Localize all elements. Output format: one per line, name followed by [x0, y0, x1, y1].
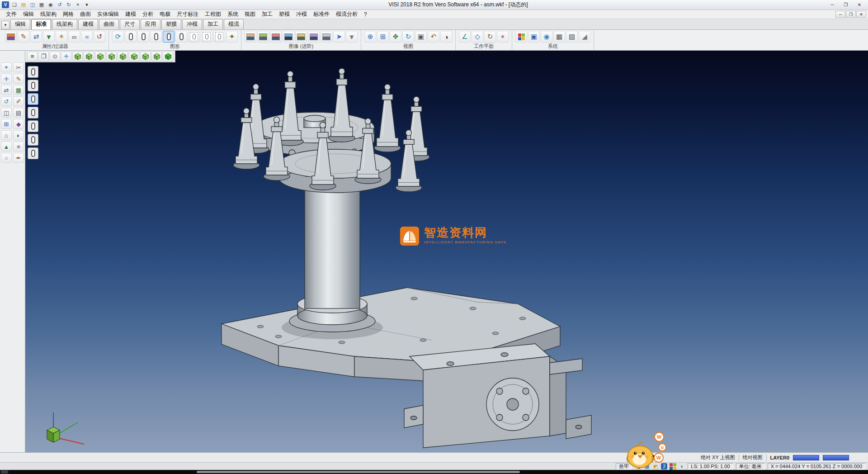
layer-color-bar-1[interactable]	[793, 455, 819, 460]
menu-item-文件[interactable]: 文件	[3, 9, 20, 19]
tab-编辑[interactable]: 编辑	[10, 19, 30, 29]
tab-应用[interactable]: 应用	[141, 19, 160, 29]
menu-item-分析[interactable]: 分析	[139, 9, 156, 19]
entity-pill-icon-1[interactable]	[125, 31, 137, 43]
pencil-icon[interactable]: ✎	[13, 74, 24, 84]
filter-funnel-icon[interactable]: ▼	[43, 31, 55, 43]
entity-pill-icon-3[interactable]	[150, 31, 162, 43]
home-view-icon[interactable]: ⌂	[1, 130, 12, 140]
view-cube-back-icon[interactable]	[129, 52, 139, 62]
taskbar-handle[interactable]	[197, 471, 520, 473]
filter-pill-1[interactable]	[28, 66, 38, 78]
crosshair-icon[interactable]: ✛	[1, 74, 12, 84]
options-icon[interactable]: ✦	[74, 1, 82, 9]
zoom-select-icon[interactable]: ⌖	[1, 62, 12, 72]
menu-item-编辑[interactable]: 编辑	[20, 9, 37, 19]
viewport-3d[interactable]: ≡❐⊙✛ 智造资料网 INTELLIGENT MANUFACTURING DAT…	[25, 51, 868, 452]
shading-mode-2-icon[interactable]	[257, 31, 269, 43]
filter-reset-icon[interactable]: ↺	[94, 31, 105, 43]
menu-item-模流分析[interactable]: 模流分析	[333, 9, 361, 19]
entity-box-icon-2[interactable]	[201, 31, 212, 43]
swap-arrows-icon[interactable]: ⇄	[1, 85, 12, 95]
grid-icon[interactable]: ▦	[13, 85, 24, 95]
scissors-icon[interactable]: ✂	[13, 62, 24, 72]
menu-item-实体编辑[interactable]: 实体编辑	[94, 9, 122, 19]
taskbar-corner[interactable]	[1, 470, 8, 474]
child-minimize-button[interactable]: ─	[835, 11, 845, 18]
close-button[interactable]: ✕	[853, 1, 866, 9]
tab-模流[interactable]: 模流	[224, 19, 244, 29]
shading-mode-1-icon[interactable]	[245, 31, 256, 43]
qat-dropdown-icon[interactable]: ▾	[83, 1, 91, 9]
shading-mode-7-icon[interactable]	[321, 31, 332, 43]
view-layout-icon[interactable]: ❐	[38, 52, 49, 62]
view-orientation-label[interactable]: 绝对 XY 上视图	[701, 454, 735, 461]
circle-icon[interactable]: ○	[1, 153, 12, 163]
tab-线架构[interactable]: 线架构	[52, 19, 77, 29]
menu-item-建模[interactable]: 建模	[122, 9, 139, 19]
entity-pill-icon-4[interactable]	[175, 31, 187, 43]
attribute-paint-icon[interactable]	[5, 31, 17, 43]
menu-item-塑模[interactable]: 塑模	[276, 9, 293, 19]
view-cube-top-icon[interactable]	[84, 52, 94, 62]
panels-icon[interactable]: ◫	[1, 108, 12, 118]
new-file-icon[interactable]: ❏	[10, 1, 19, 9]
tab-dropdown-icon[interactable]: ▼	[1, 21, 9, 29]
menu-item-线架构[interactable]: 线架构	[37, 9, 60, 19]
colors-cube-icon[interactable]	[669, 463, 676, 469]
filter-pill-5[interactable]	[28, 120, 38, 132]
print-icon[interactable]: ▦	[38, 1, 46, 9]
view-list-icon[interactable]: ≡	[27, 52, 38, 62]
redo-icon[interactable]: ↻	[65, 1, 73, 9]
tab-塑膜[interactable]: 塑膜	[161, 19, 181, 29]
pan-icon[interactable]: ✥	[390, 31, 401, 43]
open-file-icon[interactable]: ▤	[19, 1, 28, 9]
tab-曲面[interactable]: 曲面	[99, 19, 119, 29]
hatch-icon[interactable]: ▨	[566, 31, 578, 43]
attribute-swap-icon[interactable]: ⇄	[30, 31, 42, 43]
entity-box-icon-1[interactable]	[188, 31, 200, 43]
shading-mode-3-icon[interactable]	[270, 31, 282, 43]
view-cube-bottom-icon[interactable]	[140, 52, 151, 62]
entity-pill-active-icon[interactable]	[163, 31, 175, 43]
menu-item-系统[interactable]: 系统	[224, 9, 241, 19]
entity-box-icon-3[interactable]	[213, 31, 225, 43]
list-icon[interactable]: ≡	[13, 142, 24, 152]
filter-layers-icon[interactable]: ≈	[81, 31, 93, 43]
entity-wand-icon[interactable]: ✦	[226, 31, 238, 43]
save-icon[interactable]: ◫	[28, 1, 37, 9]
menu-item-标准件[interactable]: 标准件	[310, 9, 333, 19]
menu-item-工程图[interactable]: 工程图	[202, 9, 224, 19]
tab-冲模[interactable]: 冲模	[182, 19, 202, 29]
rotate-view-icon[interactable]: ↻	[402, 31, 414, 43]
filter-pill-6[interactable]	[28, 134, 38, 146]
filter-pill-7[interactable]	[28, 147, 38, 159]
menu-item-网格[interactable]: 网格	[60, 9, 77, 19]
preview-icon[interactable]: ◉	[47, 1, 55, 9]
filter-wand-icon[interactable]: ✶	[56, 31, 67, 43]
cad-model-view[interactable]	[25, 51, 868, 452]
menu-item-尺寸标注[interactable]: 尺寸标注	[174, 9, 202, 19]
entity-pill-icon-2[interactable]	[137, 31, 149, 43]
workplane-origin-icon[interactable]: ⌖	[497, 31, 509, 43]
filter-chain-icon[interactable]: ∞	[68, 31, 80, 43]
maximize-button[interactable]: ❒	[839, 1, 853, 9]
attribute-pick-icon[interactable]: ✎	[18, 31, 29, 43]
filter-pill-2[interactable]	[28, 80, 38, 91]
shaded-view-icon[interactable]: ◑	[440, 31, 452, 43]
shading-mode-6-icon[interactable]	[308, 31, 320, 43]
triangle-icon[interactable]: ▲	[1, 142, 12, 152]
rows-icon[interactable]: ▤	[13, 108, 24, 118]
workplane-axes-icon[interactable]: ∠	[459, 31, 471, 43]
redraw-icon[interactable]: ⟳	[112, 31, 124, 43]
pen-icon[interactable]: ✐	[13, 96, 24, 106]
globe-icon[interactable]: ◉	[541, 31, 552, 43]
measure-icon[interactable]: ⊞	[1, 119, 12, 129]
child-close-button[interactable]: ✕	[856, 11, 866, 18]
shade-small-icon[interactable]: ◑	[678, 463, 685, 469]
undo-icon[interactable]: ↺	[56, 1, 64, 9]
brush-icon[interactable]: ✒	[13, 153, 24, 163]
view-cube-front-icon[interactable]	[95, 52, 105, 62]
absolute-view-label[interactable]: 绝对视图	[743, 454, 763, 461]
menu-item-视图[interactable]: 视图	[241, 9, 259, 19]
